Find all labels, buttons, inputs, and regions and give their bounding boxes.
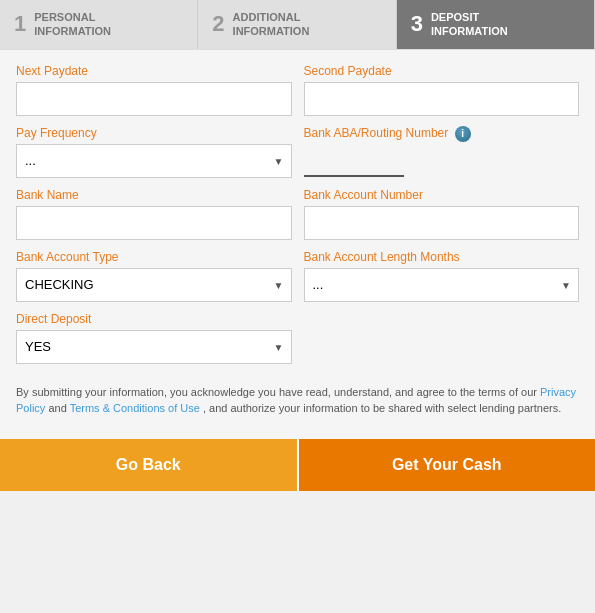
step-3-label: DEPOSITINFORMATION: [431, 10, 508, 39]
next-paydate-input[interactable]: [16, 82, 292, 116]
bank-account-length-wrapper: ... 1-6 7-12 13-24 25+ ▼: [304, 268, 580, 302]
direct-deposit-wrapper: YES NO ▼: [16, 330, 292, 364]
bank-account-number-label: Bank Account Number: [304, 188, 580, 202]
step-2-label: ADDITIONALINFORMATION: [233, 10, 310, 39]
bank-account-length-select[interactable]: ... 1-6 7-12 13-24 25+: [304, 268, 580, 302]
step-2: 2 ADDITIONALINFORMATION: [198, 0, 396, 49]
direct-deposit-spacer: [304, 312, 580, 364]
bank-account-number-input[interactable]: [304, 206, 580, 240]
step-3: 3 DEPOSITINFORMATION: [397, 0, 595, 49]
disclaimer-and: and: [45, 402, 69, 414]
footer-buttons: Go Back Get Your Cash: [0, 439, 595, 491]
next-paydate-label: Next Paydate: [16, 64, 292, 78]
second-paydate-label: Second Paydate: [304, 64, 580, 78]
pay-frequency-group: Pay Frequency ... Weekly Bi-Weekly Semi-…: [16, 126, 292, 178]
step-1: 1 PERSONALINFORMATION: [0, 0, 198, 49]
bank-account-type-wrapper: CHECKING SAVINGS ▼: [16, 268, 292, 302]
step-3-number: 3: [411, 13, 423, 35]
direct-deposit-group: Direct Deposit YES NO ▼: [16, 312, 292, 364]
second-paydate-input[interactable]: [304, 82, 580, 116]
bank-name-label: Bank Name: [16, 188, 292, 202]
disclaimer-text-before: By submitting your information, you ackn…: [16, 386, 540, 398]
bank-aba-label: Bank ABA/Routing Number i: [304, 126, 580, 142]
bank-account-length-group: Bank Account Length Months ... 1-6 7-12 …: [304, 250, 580, 302]
get-cash-button[interactable]: Get Your Cash: [299, 439, 596, 491]
frequency-aba-row: Pay Frequency ... Weekly Bi-Weekly Semi-…: [16, 126, 579, 178]
direct-deposit-select[interactable]: YES NO: [16, 330, 292, 364]
go-back-button[interactable]: Go Back: [0, 439, 299, 491]
bank-name-input[interactable]: [16, 206, 292, 240]
bank-account-number-group: Bank Account Number: [304, 188, 580, 240]
direct-deposit-row: Direct Deposit YES NO ▼: [16, 312, 579, 364]
next-paydate-group: Next Paydate: [16, 64, 292, 116]
bank-account-type-label: Bank Account Type: [16, 250, 292, 264]
disclaimer: By submitting your information, you ackn…: [16, 374, 579, 425]
bank-name-group: Bank Name: [16, 188, 292, 240]
bank-account-length-label: Bank Account Length Months: [304, 250, 580, 264]
info-icon[interactable]: i: [455, 126, 471, 142]
bank-account-type-group: Bank Account Type CHECKING SAVINGS ▼: [16, 250, 292, 302]
step-1-number: 1: [14, 13, 26, 35]
paydate-row: Next Paydate Second Paydate: [16, 64, 579, 116]
pay-frequency-label: Pay Frequency: [16, 126, 292, 140]
pay-frequency-select-wrapper: ... Weekly Bi-Weekly Semi-Monthly Monthl…: [16, 144, 292, 178]
terms-link[interactable]: Terms & Conditions of Use: [70, 402, 200, 414]
bank-account-type-select[interactable]: CHECKING SAVINGS: [16, 268, 292, 302]
form-area: Next Paydate Second Paydate Pay Frequenc…: [0, 50, 595, 439]
accounttype-length-row: Bank Account Type CHECKING SAVINGS ▼ Ban…: [16, 250, 579, 302]
bank-aba-input[interactable]: [304, 152, 404, 177]
disclaimer-text-after: , and authorize your information to be s…: [200, 402, 561, 414]
direct-deposit-label: Direct Deposit: [16, 312, 292, 326]
step-header: 1 PERSONALINFORMATION 2 ADDITIONALINFORM…: [0, 0, 595, 50]
bankname-accountnum-row: Bank Name Bank Account Number: [16, 188, 579, 240]
pay-frequency-select[interactable]: ... Weekly Bi-Weekly Semi-Monthly Monthl…: [16, 144, 292, 178]
bank-aba-group: Bank ABA/Routing Number i: [304, 126, 580, 178]
second-paydate-group: Second Paydate: [304, 64, 580, 116]
aba-input-container: [304, 146, 580, 177]
step-1-label: PERSONALINFORMATION: [34, 10, 111, 39]
step-2-number: 2: [212, 13, 224, 35]
